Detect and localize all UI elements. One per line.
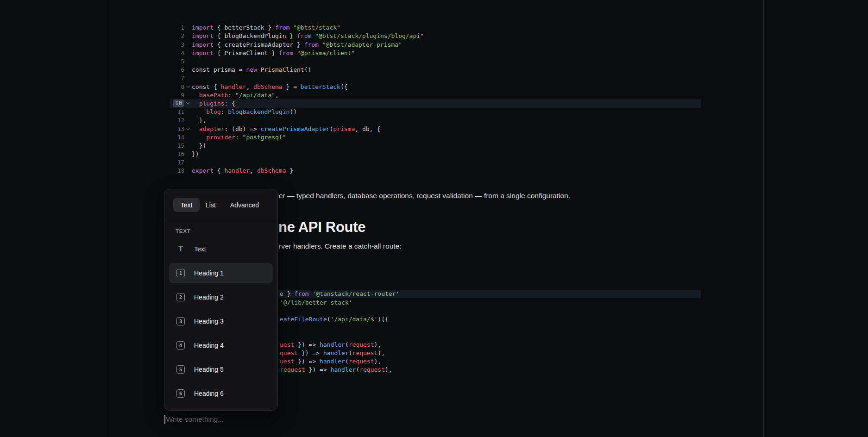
menu-item-heading-6[interactable]: 6Heading 6 <box>169 383 273 404</box>
code-token: { betterStack } <box>214 24 275 31</box>
code-token: import <box>192 24 214 31</box>
code-token: "@prisma/client" <box>293 50 355 56</box>
fold-chevron-down-icon[interactable] <box>186 126 190 130</box>
code-block-betterstack-config[interactable]: 1import { betterStack } from "@btst/stac… <box>170 24 701 175</box>
code-line-text: import { createPrismaAdapter } from "@bt… <box>192 41 402 48</box>
paragraph-fragment[interactable]: er — typed handlers, database operations… <box>279 192 570 200</box>
code-token: createPrismaAdapter <box>261 125 330 132</box>
code-line: 8const { handler, dbSchema } = betterSta… <box>170 82 701 91</box>
code-token: }) => <box>294 341 320 348</box>
code-line-text: quest }) => handler(request), <box>280 350 385 356</box>
fold-chevron-down-icon[interactable] <box>186 84 190 87</box>
code-token: }) => <box>298 350 323 356</box>
code-token: () <box>289 108 297 115</box>
code-line: 14 provider: "postgresql" <box>170 133 701 141</box>
menu-item-label: Heading 3 <box>194 318 224 325</box>
line-number: 10 <box>170 100 184 107</box>
code-token: from <box>304 41 319 48</box>
code-token: dbSchema <box>257 167 286 174</box>
content-left-border <box>109 0 109 437</box>
tab-text[interactable]: Text <box>173 198 200 212</box>
menu-item-heading-1[interactable]: 1Heading 1 <box>169 263 273 283</box>
code-token: ), <box>374 341 382 348</box>
line-number: 5 <box>170 58 184 65</box>
line-number: 3 <box>170 41 184 48</box>
fold-slot[interactable] <box>184 85 192 88</box>
code-token: "/api/data" <box>235 92 275 99</box>
code-token: { createPrismaAdapter } <box>214 41 304 48</box>
tab-list[interactable]: List <box>206 201 216 209</box>
code-line: 18export { handler, dbSchema } <box>170 167 701 175</box>
section-heading-fragment[interactable]: ne API Route <box>278 219 365 236</box>
line-number: 1 <box>170 24 184 31</box>
code-token: export <box>192 167 214 174</box>
menu-item-heading-2[interactable]: 2Heading 2 <box>169 287 273 307</box>
line-number: 9 <box>170 92 184 99</box>
code-token: { <box>214 167 224 174</box>
code-line-text: const prisma = new PrismaClient() <box>192 66 311 73</box>
code-line: 13 adapter: (db) => createPrismaAdapter(… <box>170 125 701 133</box>
line-number: 16 <box>170 150 184 157</box>
code-line-text: plugins: { <box>192 100 235 107</box>
heading-1-icon: 1 <box>176 269 185 277</box>
code-token: ( <box>349 350 352 356</box>
code-line-text: const { handler, dbSchema } = betterStac… <box>192 83 348 90</box>
code-line-text: '@/lib/better-stack' <box>280 299 352 306</box>
code-token: ), <box>374 358 382 365</box>
code-line: 2import { blogBackendPlugin } from "@bts… <box>170 32 701 40</box>
menu-item-heading-4[interactable]: 4Heading 4 <box>169 335 273 356</box>
code-token: request <box>280 366 305 373</box>
line-number: 14 <box>170 134 184 141</box>
code-token: quest <box>280 350 298 356</box>
slash-menu-items: TText1Heading 12Heading 23Heading 34Head… <box>169 239 273 404</box>
code-token: request <box>359 366 385 373</box>
line-number: 11 <box>170 108 184 115</box>
subtext-fragment[interactable]: rver handlers. Create a catch-all route: <box>279 242 401 250</box>
code-line-text: e } from '@tanstack/react-router' <box>280 290 399 297</box>
tab-advanced[interactable]: Advanced <box>230 201 259 209</box>
text-icon: T <box>176 245 185 253</box>
active-line-number-badge: 10 <box>173 100 184 107</box>
code-token: import <box>192 50 214 56</box>
tabs-divider <box>164 220 277 220</box>
menu-item-label: Heading 2 <box>194 293 224 301</box>
empty-block-input[interactable]: Write something... <box>164 415 224 424</box>
code-token: request <box>349 358 374 365</box>
code-token: provider <box>206 134 235 141</box>
menu-item-heading-5[interactable]: 5Heading 5 <box>169 359 273 380</box>
code-token: import <box>192 41 214 48</box>
code-token: from <box>297 32 311 39</box>
heading-4-icon: 4 <box>176 341 185 350</box>
code-token: PrismaClient <box>257 66 304 73</box>
fold-chevron-down-icon[interactable] <box>186 101 190 105</box>
code-line-text: adapter: (db) => createPrismaAdapter(pri… <box>192 125 380 132</box>
fold-slot[interactable] <box>184 127 192 130</box>
code-token: handler <box>320 341 345 348</box>
code-line-text: }) <box>192 142 206 149</box>
code-token: "@btst/stack" <box>289 24 340 31</box>
editor-page: 1import { betterStack } from "@btst/stac… <box>0 0 868 437</box>
code-line: 3import { createPrismaAdapter } from "@b… <box>170 40 701 49</box>
code-token: , <box>250 167 257 174</box>
code-line: 1import { betterStack } from "@btst/stac… <box>170 24 701 32</box>
code-token: new <box>246 66 257 73</box>
code-token: from <box>279 50 293 56</box>
code-token: handler <box>331 366 356 373</box>
code-line-text: import { betterStack } from "@btst/stack… <box>192 24 340 31</box>
menu-item-text[interactable]: TText <box>169 239 273 259</box>
content-right-border <box>763 0 764 437</box>
code-line: 6const prisma = new PrismaClient() <box>170 66 701 74</box>
menu-item-heading-3[interactable]: 3Heading 3 <box>169 311 273 331</box>
fold-slot[interactable] <box>184 102 192 105</box>
code-token: basePath <box>199 92 228 99</box>
code-token: eateFileRoute <box>280 316 327 323</box>
code-token: from <box>294 290 308 297</box>
code-token <box>192 125 199 132</box>
code-token <box>192 134 206 141</box>
heading-5-icon: 5 <box>176 365 185 374</box>
code-token: adapter <box>199 125 225 132</box>
heading-2-icon: 2 <box>176 293 185 301</box>
line-number: 17 <box>170 159 184 166</box>
code-line: 5 <box>170 57 701 65</box>
code-token: } <box>286 167 294 174</box>
